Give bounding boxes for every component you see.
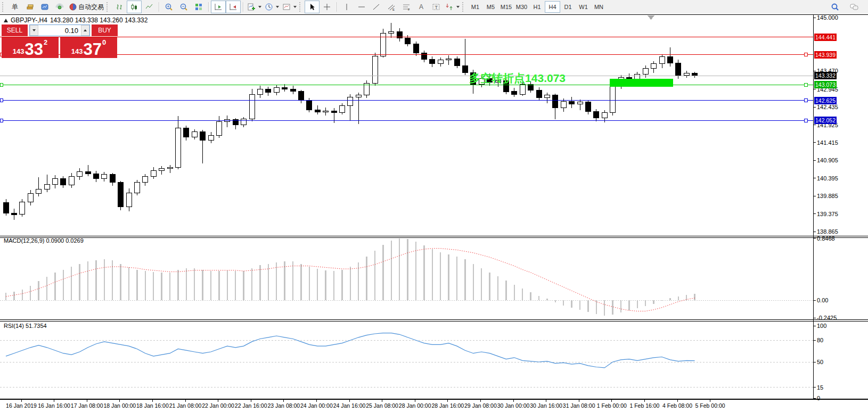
tf-m30-button-label: M30 bbox=[516, 4, 527, 10]
date-tick-label: 16 Jan 16:00 bbox=[38, 402, 70, 409]
tf-m5-button[interactable]: M5 bbox=[483, 1, 498, 13]
tf-m30-button[interactable]: M30 bbox=[514, 1, 529, 13]
text-button[interactable]: A bbox=[414, 1, 429, 13]
price-badge-label: 144.441 bbox=[815, 34, 836, 40]
price-badge-label: 142.052 bbox=[815, 117, 836, 123]
dropdown-arrow-icon[interactable] bbox=[258, 6, 261, 8]
channel-button[interactable]: E bbox=[384, 1, 399, 13]
support-zone-rect[interactable] bbox=[610, 79, 674, 86]
new-order-button[interactable]: 单 bbox=[7, 1, 22, 13]
date-tick-label: 24 Jan 00:00 bbox=[300, 402, 333, 409]
signals-button[interactable] bbox=[52, 1, 67, 13]
dropdown-arrow-icon[interactable] bbox=[276, 6, 279, 8]
lot-stepper bbox=[29, 24, 90, 36]
tf-h1-button[interactable]: H1 bbox=[529, 1, 545, 13]
one-click-trade-panel: SELL BUY 143332 143370 bbox=[2, 24, 118, 58]
templates-button[interactable] bbox=[281, 1, 298, 13]
rsi-tick-label: 100 bbox=[817, 323, 826, 329]
vertical-line-button[interactable] bbox=[339, 1, 354, 13]
cursor-button[interactable] bbox=[305, 1, 320, 13]
chat-button[interactable] bbox=[847, 1, 862, 13]
lot-input[interactable] bbox=[38, 25, 81, 36]
line-chart-button[interactable] bbox=[142, 1, 157, 13]
rsi-tick-label: 80 bbox=[817, 337, 823, 343]
fibo-icon: F bbox=[402, 3, 411, 11]
sell-button[interactable]: SELL bbox=[2, 24, 28, 36]
publish-chart-button[interactable] bbox=[37, 1, 52, 13]
date-tick-label: 24 Jan 16:00 bbox=[333, 402, 366, 409]
search-button[interactable] bbox=[828, 1, 842, 13]
tf-m15-button[interactable]: M15 bbox=[498, 1, 514, 13]
sell-price-display[interactable]: 143332 bbox=[2, 37, 59, 58]
price-tick-label: 140.395 bbox=[817, 175, 838, 182]
periods-button[interactable] bbox=[263, 1, 281, 13]
tf-m1-button-label: M1 bbox=[471, 4, 479, 10]
date-tick-label: 22 Jan 00:00 bbox=[202, 402, 234, 409]
rsi-label: RSI(14) 51.7354 bbox=[4, 323, 47, 329]
rsi-line bbox=[6, 333, 695, 368]
toolbar-separator bbox=[243, 2, 243, 12]
buy-button[interactable]: BUY bbox=[92, 24, 118, 36]
ohlc-values: 143.280 143.338 143.260 143.332 bbox=[50, 17, 148, 24]
bar-chart-button[interactable] bbox=[112, 1, 127, 13]
price-tick-label: 138.865 bbox=[817, 228, 838, 235]
autotrade-button[interactable]: 自动交易 bbox=[67, 1, 105, 13]
toolbar: 单自动交易EFATM1M5M15M30H1H4D1W1MN bbox=[0, 0, 868, 14]
horizontal-line-button[interactable] bbox=[354, 1, 369, 13]
date-tick-label: 18 Jan 00:00 bbox=[103, 402, 136, 409]
shift-end-button[interactable] bbox=[211, 1, 226, 13]
mt4-window: { "toolbar": { "groups": [ {"buttons": [… bbox=[0, 0, 868, 412]
date-tick-label: 4 Feb 08:00 bbox=[662, 402, 692, 409]
fibonacci-button[interactable]: F bbox=[399, 1, 414, 13]
tf-d1-button[interactable]: D1 bbox=[560, 1, 576, 13]
indicators-button[interactable] bbox=[245, 1, 263, 13]
tf-w1-button[interactable]: W1 bbox=[576, 1, 591, 13]
toolbar-drag-handle[interactable] bbox=[107, 2, 110, 12]
tf-m1-button[interactable]: M1 bbox=[468, 1, 483, 13]
date-tick-label: 25 Jan 08:00 bbox=[366, 402, 398, 409]
tf-h4-button-label: H4 bbox=[548, 4, 556, 10]
zoom-out-button[interactable] bbox=[176, 1, 191, 13]
search-icon bbox=[831, 3, 839, 11]
lot-decrease-button[interactable] bbox=[30, 25, 38, 36]
dropdown-arrow-icon[interactable] bbox=[456, 6, 460, 8]
pivot-annotation-text[interactable]: 多空转折点143.073 bbox=[469, 72, 566, 85]
indicators-icon bbox=[247, 3, 256, 11]
tf-mn-button[interactable]: MN bbox=[591, 1, 607, 13]
zoomout-icon bbox=[179, 3, 188, 11]
buy-price-display[interactable]: 143370 bbox=[60, 37, 117, 58]
price-tick-label: 140.905 bbox=[817, 157, 838, 163]
zoom-in-button[interactable] bbox=[161, 1, 176, 13]
macd-label: MACD(12,26,9) 0.0900 0.0269 bbox=[4, 237, 84, 244]
svg-text:E: E bbox=[392, 8, 395, 11]
price-tick-label: 141.415 bbox=[817, 139, 838, 146]
date-tick-label: 18 Jan 16:00 bbox=[136, 402, 169, 409]
text-label-button[interactable]: T bbox=[429, 1, 444, 13]
rsi-tick-label: 50 bbox=[817, 359, 823, 365]
gold-icon bbox=[26, 3, 34, 11]
dropdown-arrow-icon[interactable] bbox=[293, 6, 297, 8]
tile-windows-button[interactable] bbox=[191, 1, 206, 13]
toolbar-separator bbox=[337, 2, 337, 12]
trendline-button[interactable] bbox=[369, 1, 384, 13]
symbol-expand-icon[interactable] bbox=[4, 19, 8, 22]
svg-text:F: F bbox=[408, 8, 410, 11]
candlestick-chart-button[interactable] bbox=[127, 1, 142, 13]
lot-increase-button[interactable] bbox=[81, 25, 89, 36]
tf-mn-button-label: MN bbox=[594, 4, 603, 10]
date-tick-label: 30 Jan 16:00 bbox=[530, 402, 562, 409]
crosshair-icon bbox=[323, 3, 331, 11]
symbol-period-label: GBPJPY-,H4 bbox=[11, 17, 47, 24]
toolbar-drag-handle[interactable] bbox=[462, 2, 465, 12]
date-tick-label: 22 Jan 16:00 bbox=[235, 402, 267, 409]
tf-h4-button[interactable]: H4 bbox=[545, 1, 560, 13]
toolbar-drag-handle[interactable] bbox=[299, 2, 302, 12]
rsi-tick-label: 15 bbox=[817, 384, 823, 391]
market-orders-button[interactable] bbox=[22, 1, 37, 13]
arrows-button[interactable] bbox=[444, 1, 461, 13]
crosshair-button[interactable] bbox=[320, 1, 334, 13]
date-tick-label: 21 Jan 08:00 bbox=[169, 402, 202, 409]
price-tick-label: 139.885 bbox=[817, 193, 838, 199]
toolbar-drag-handle[interactable] bbox=[2, 2, 5, 12]
autoscroll-button[interactable] bbox=[226, 1, 241, 13]
